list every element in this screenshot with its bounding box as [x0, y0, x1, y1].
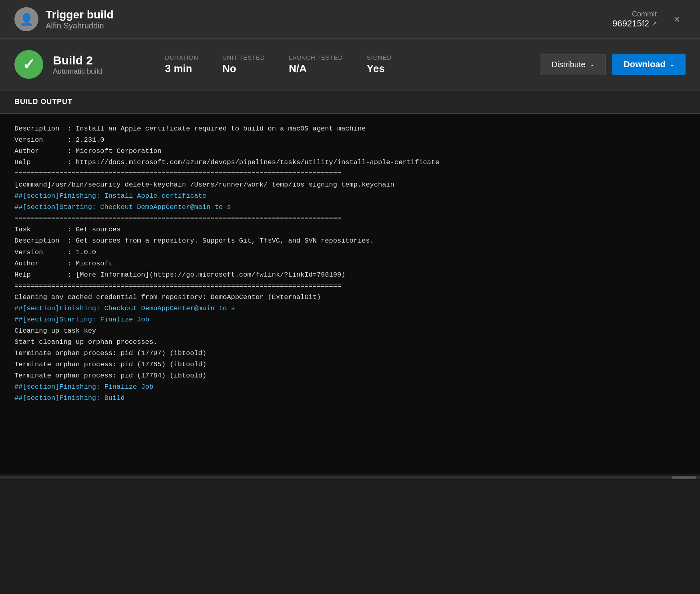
header-left: 👤 Trigger build Alfin Syahruddin — [14, 7, 114, 31]
launch-tested-item: LAUNCH TESTED N/A — [289, 54, 343, 75]
download-label: Download — [624, 59, 666, 70]
terminal-line: ========================================… — [14, 281, 686, 292]
signed-value: Yes — [367, 62, 392, 75]
header-right: Commit 969215f2 ↗ × — [612, 10, 686, 29]
terminal-line: Terminate orphan process: pid (17784) (i… — [14, 370, 686, 381]
duration-label: DURATION — [165, 54, 198, 61]
duration-item: DURATION 3 min — [165, 54, 198, 75]
terminal-line: Help : https://docs.microsoft.com/azure/… — [14, 157, 686, 168]
signed-item: SIGNED Yes — [367, 54, 392, 75]
external-link-icon[interactable]: ↗ — [652, 20, 657, 27]
distribute-label: Distribute — [551, 60, 585, 69]
header: 👤 Trigger build Alfin Syahruddin Commit … — [0, 0, 700, 39]
unit-tested-item: UNIT TESTED No — [222, 54, 265, 75]
terminal-line: Version : 1.0.0 — [14, 247, 686, 258]
chevron-down-icon-download: ⌄ — [670, 61, 674, 68]
avatar: 👤 — [14, 7, 38, 31]
build-bar: ✓ Build 2 Automatic build DURATION 3 min… — [0, 39, 700, 90]
unit-tested-value: No — [222, 62, 265, 75]
launch-tested-value: N/A — [289, 62, 343, 75]
terminal-line: Cleaning up task key — [14, 325, 686, 337]
build-name-section: Build 2 Automatic build — [53, 54, 141, 76]
terminal-output[interactable]: Description : Install an Apple certifica… — [0, 114, 700, 474]
terminal-line: [command]/usr/bin/security delete-keycha… — [14, 179, 686, 191]
terminal-line: ##[section]Starting: Checkout DemoAppCen… — [14, 202, 686, 213]
terminal-line: Description : Get sources from a reposit… — [14, 235, 686, 247]
terminal-line: ##[section]Finishing: Finalize Job — [14, 381, 686, 393]
build-actions: Distribute ⌄ Download ⌄ — [540, 54, 686, 75]
build-meta-section: DURATION 3 min UNIT TESTED No LAUNCH TES… — [165, 54, 540, 75]
terminal-line: Start cleaning up orphan processes. — [14, 337, 686, 348]
header-titles: Trigger build Alfin Syahruddin — [46, 8, 114, 30]
close-button[interactable]: × — [668, 10, 686, 28]
commit-hash: 969215f2 ↗ — [612, 18, 657, 29]
terminal-line: ##[section]Finishing: Install Apple cert… — [14, 191, 686, 202]
terminal-line: ========================================… — [14, 213, 686, 224]
terminal-line: Author : Microsoft — [14, 258, 686, 269]
duration-value: 3 min — [165, 62, 198, 75]
checkmark-icon: ✓ — [22, 56, 35, 73]
scrollbar-thumb[interactable] — [672, 476, 696, 479]
terminal-line: Terminate orphan process: pid (17785) (i… — [14, 359, 686, 370]
build-output-title: BUILD OUTPUT — [14, 98, 72, 106]
unit-tested-label: UNIT TESTED — [222, 54, 265, 61]
download-button[interactable]: Download ⌄ — [612, 54, 686, 75]
avatar-icon: 👤 — [20, 13, 34, 26]
terminal-line: Terminate orphan process: pid (17797) (i… — [14, 348, 686, 359]
terminal-line: ========================================… — [14, 168, 686, 179]
terminal-line: ##[section]Finishing: Build — [14, 393, 686, 404]
terminal-line: Cleaning any cached credential from repo… — [14, 292, 686, 303]
scrollbar-area[interactable] — [0, 474, 700, 480]
terminal-line: Description : Install an Apple certifica… — [14, 123, 686, 134]
user-name: Alfin Syahruddin — [46, 21, 114, 30]
build-type: Automatic build — [53, 67, 141, 76]
build-name: Build 2 — [53, 54, 141, 67]
terminal-line: Help : [More Information](https://go.mic… — [14, 269, 686, 281]
scrollbar-track — [0, 476, 700, 479]
terminal-line: ##[section]Finishing: Checkout DemoAppCe… — [14, 303, 686, 314]
signed-label: SIGNED — [367, 54, 392, 61]
trigger-build-title: Trigger build — [46, 8, 114, 21]
terminal-line: ##[section]Starting: Finalize Job — [14, 314, 686, 325]
commit-info: Commit 969215f2 ↗ — [612, 10, 657, 29]
commit-label: Commit — [632, 10, 657, 18]
terminal-line: Version : 2.231.0 — [14, 134, 686, 146]
terminal-line: Author : Microsoft Corporation — [14, 146, 686, 157]
chevron-down-icon: ⌄ — [589, 61, 594, 68]
terminal-line: Task : Get sources — [14, 224, 686, 235]
build-output-header: BUILD OUTPUT — [0, 90, 700, 114]
launch-tested-label: LAUNCH TESTED — [289, 54, 343, 61]
build-status-icon: ✓ — [14, 50, 43, 79]
distribute-button[interactable]: Distribute ⌄ — [540, 54, 605, 75]
